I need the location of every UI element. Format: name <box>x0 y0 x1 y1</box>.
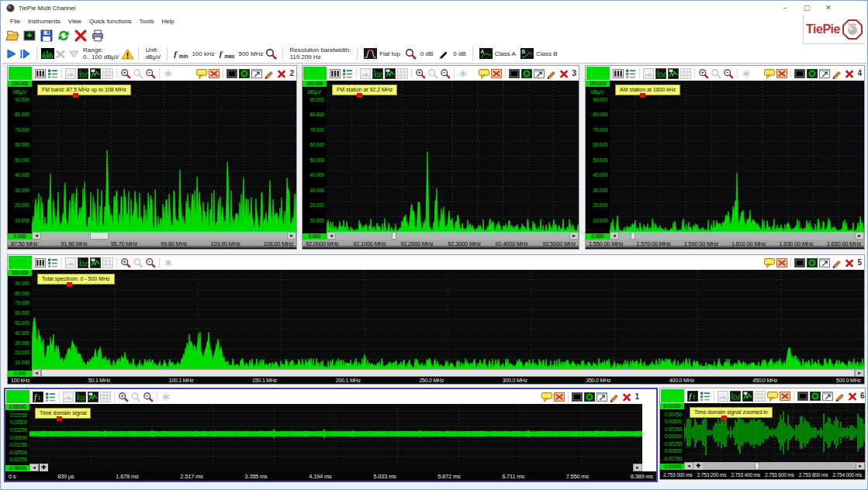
class-b-icon[interactable]: B <box>520 48 534 60</box>
close-panel-icon[interactable] <box>844 68 855 79</box>
channel-list-icon[interactable] <box>342 68 353 79</box>
zoom-out-icon[interactable] <box>133 257 144 268</box>
background-color-icon[interactable] <box>810 391 821 402</box>
channel-columns-icon[interactable] <box>35 257 46 268</box>
export-window-icon[interactable] <box>251 68 262 79</box>
comment-icon[interactable] <box>541 392 552 402</box>
remove-source-icon[interactable] <box>780 391 790 402</box>
channel-indicator[interactable] <box>9 256 32 269</box>
scroll-left-arrow[interactable]: ◄ <box>29 464 39 471</box>
h-scrollbar[interactable]: ◄►✚ <box>684 462 865 470</box>
meter-view-icon[interactable] <box>643 68 654 79</box>
zoom-out-icon[interactable] <box>133 68 144 79</box>
maximize-button[interactable]: ▢ <box>796 2 818 15</box>
fullscreen-icon[interactable] <box>227 68 237 79</box>
zoom-in-icon[interactable] <box>415 68 426 79</box>
edit-icon[interactable] <box>832 68 842 79</box>
preamp-setting[interactable]: 0 dB <box>405 48 433 60</box>
class-a-setting[interactable]: AClass A <box>479 48 516 60</box>
remove-disabled-icon[interactable] <box>54 48 67 60</box>
scroll-right-arrow[interactable]: ► <box>287 232 296 240</box>
panel-fm-station[interactable]: 3100.00090.00080.00070.00060.00050.00040… <box>302 65 579 250</box>
panel-time-domain[interactable]: ft10.050000.037500.025000.012500.00000-0… <box>4 388 658 482</box>
chart-view-icon[interactable] <box>742 391 753 402</box>
meter-view-icon[interactable] <box>63 392 74 402</box>
fft-icon[interactable]: ft <box>33 392 43 402</box>
scroll-left-arrow[interactable]: ◄ <box>32 232 41 240</box>
h-scrollbar[interactable]: ◄► <box>32 232 296 240</box>
panel-am-station[interactable]: 4100.00090.00080.00070.00060.00050.00040… <box>585 65 865 250</box>
magnifier-icon[interactable] <box>405 48 418 60</box>
close-button[interactable]: ✕ <box>818 2 839 15</box>
chart-area[interactable]: FM station at 92.2 MHz <box>327 81 579 232</box>
class-b-setting[interactable]: BClass B <box>520 48 558 60</box>
zoom-undo-icon[interactable] <box>145 68 156 79</box>
cursor-tool-icon[interactable] <box>458 68 469 79</box>
background-color-icon[interactable] <box>584 392 595 402</box>
fullscreen-icon[interactable] <box>572 392 583 402</box>
chart-area[interactable]: Time domain signal <box>29 404 642 464</box>
zoom-undo-icon[interactable] <box>440 68 451 79</box>
panel-total-spectrum[interactable]: 5100.00090.00080.00070.00060.00050.00040… <box>7 254 865 385</box>
fft-icon[interactable]: ft <box>687 391 698 402</box>
chart-area[interactable]: Total spectrum: 0 - 500 MHz <box>32 270 864 369</box>
remove-source-icon[interactable] <box>776 68 787 79</box>
delete-icon[interactable] <box>74 29 88 43</box>
background-color-icon[interactable] <box>807 68 818 79</box>
menu-help[interactable]: Help <box>157 18 178 25</box>
chart-view-icon[interactable] <box>88 392 99 402</box>
channel-indicator[interactable] <box>586 67 610 80</box>
scroll-right-arrow[interactable]: ► <box>855 369 864 377</box>
cursor-tool-icon[interactable] <box>161 392 171 402</box>
chart-area[interactable]: FM band: 87.5 MHz up to 108 MHz <box>32 81 296 232</box>
fullscreen-icon[interactable] <box>797 391 808 402</box>
comment-icon[interactable] <box>764 257 775 268</box>
channel-columns-icon[interactable] <box>613 68 624 79</box>
attenuation-setting[interactable]: 0 dB <box>437 48 465 60</box>
window-function-setting[interactable]: Flat top <box>364 48 400 60</box>
grid-view-icon[interactable] <box>102 68 113 79</box>
minimize-button[interactable]: – <box>774 2 796 15</box>
comment-icon[interactable] <box>196 68 207 79</box>
meter-view-icon[interactable] <box>718 391 728 402</box>
zoom-frequency-icon[interactable] <box>265 48 278 60</box>
edit-icon[interactable] <box>609 392 620 402</box>
fmax-setting[interactable]: fmax500 MHz <box>220 49 264 58</box>
panel-fm-band[interactable]: 2100.00090.00080.00070.00060.00050.00040… <box>7 65 297 250</box>
remove-source-icon[interactable] <box>554 392 565 402</box>
zoom-in-icon[interactable] <box>118 392 129 402</box>
remove-source-icon[interactable] <box>491 68 502 79</box>
comment-icon[interactable] <box>764 68 775 79</box>
scroll-left-arrow[interactable]: ◄ <box>32 369 41 377</box>
scroll-left-arrow[interactable]: ◄ <box>327 232 336 240</box>
close-panel-icon[interactable] <box>847 391 858 402</box>
menu-file[interactable]: File <box>6 18 24 25</box>
fullscreen-icon[interactable] <box>509 68 520 79</box>
channel-columns-icon[interactable] <box>35 68 46 79</box>
close-panel-icon[interactable] <box>621 392 632 402</box>
chart-area[interactable]: AM station at 1600 kHz <box>610 81 864 232</box>
menu-tools[interactable]: Tools <box>136 18 158 25</box>
grid-view-icon[interactable] <box>397 68 408 79</box>
graph-view-icon[interactable] <box>78 68 88 79</box>
save-icon[interactable] <box>40 29 54 43</box>
background-color-icon[interactable] <box>239 68 250 79</box>
warning-icon[interactable] <box>121 48 134 60</box>
zoom-in-icon[interactable] <box>120 257 131 268</box>
graph-view-icon[interactable] <box>78 257 88 268</box>
export-window-icon[interactable] <box>819 257 830 268</box>
remove-source-icon[interactable] <box>209 68 220 79</box>
refresh-icon[interactable] <box>57 29 71 43</box>
channel-indicator[interactable] <box>9 67 32 80</box>
graph-view-icon[interactable] <box>730 391 741 402</box>
scroll-right-arrow[interactable]: ► <box>856 462 865 470</box>
menu-instruments[interactable]: Instruments <box>24 18 64 25</box>
scroll-right-arrow[interactable]: ► <box>633 464 642 471</box>
graph-view-icon[interactable] <box>372 68 383 79</box>
zoom-undo-icon[interactable] <box>143 392 154 402</box>
comment-icon[interactable] <box>767 391 778 402</box>
spectrum-thumbnail-icon[interactable] <box>41 48 54 60</box>
scroll-thumb[interactable] <box>90 232 109 240</box>
chart-view-icon[interactable] <box>90 257 101 268</box>
close-panel-icon[interactable] <box>276 68 287 79</box>
